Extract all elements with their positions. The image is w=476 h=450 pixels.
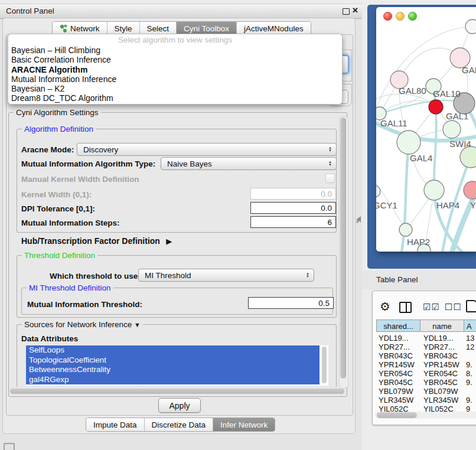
table-cell[interactable]: YBL079W bbox=[423, 387, 465, 396]
close-icon[interactable]: ✕ bbox=[352, 6, 358, 15]
export-table-icon[interactable] bbox=[466, 300, 476, 312]
node-hap4[interactable] bbox=[424, 180, 444, 200]
kernel-width-field[interactable]: 0.0 bbox=[250, 188, 336, 200]
cyni-bottom-tabbar: Impute Data Discretize Data Infer Networ… bbox=[86, 418, 275, 432]
aracne-mode-combobox[interactable]: Discovery ▲▼ bbox=[77, 143, 337, 156]
table-cell[interactable]: YLR345W bbox=[423, 396, 465, 405]
node-gal4[interactable] bbox=[397, 131, 420, 154]
table-cell[interactable]: YDL19... bbox=[379, 334, 420, 343]
settings-group-title: Cyni Algorithm Settings bbox=[14, 108, 101, 117]
collapse-down-icon[interactable]: ▼ bbox=[134, 321, 141, 328]
settings-vertical-scrollbar[interactable] bbox=[339, 116, 348, 389]
node-hap2[interactable] bbox=[399, 223, 412, 236]
attribute-item-gal4rgexp[interactable]: gal4RGexp bbox=[26, 375, 319, 385]
panel-title: Control Panel bbox=[6, 6, 54, 15]
mi-steps-field[interactable]: 6 bbox=[250, 216, 336, 228]
table-cell[interactable]: YBR045C bbox=[423, 378, 465, 387]
collapse-right-icon: ▶ bbox=[166, 237, 172, 246]
attributes-scrollbar-thumb[interactable] bbox=[322, 347, 327, 383]
node-label: GAL1 bbox=[446, 111, 468, 121]
popup-item-mutual-information[interactable]: Mutual Information Inference bbox=[8, 74, 342, 84]
table-cell[interactable]: YDR27... bbox=[423, 343, 465, 351]
hub-definition-toggle[interactable]: Hub/Transcription Factor Definition ▶ bbox=[21, 236, 172, 246]
node-y-cut[interactable] bbox=[464, 181, 476, 199]
node-gcy1[interactable] bbox=[376, 185, 380, 197]
node-swi4[interactable] bbox=[460, 146, 476, 168]
node-unlabeled[interactable] bbox=[465, 19, 476, 34]
spinner-arrows-icon: ▲▼ bbox=[328, 146, 332, 152]
popup-item-bayesian-k2[interactable]: Bayesian – K2 bbox=[8, 84, 342, 93]
tab-jactivemnodules[interactable]: jActiveMNodules bbox=[237, 22, 311, 35]
which-threshold-combobox[interactable]: MI Threshold ▲▼ bbox=[138, 269, 314, 282]
table-cell[interactable]: 13 bbox=[466, 334, 476, 343]
mi-type-combobox[interactable]: Naive Bayes ▲▼ bbox=[161, 157, 337, 170]
table-cell[interactable]: YLR345W bbox=[379, 396, 420, 405]
node-label: SWI4 bbox=[449, 139, 471, 149]
manual-kernel-checkbox[interactable] bbox=[325, 174, 335, 183]
tab-select[interactable]: Select bbox=[140, 22, 177, 35]
select-all-columns-icon[interactable]: ☑☑ bbox=[423, 302, 440, 312]
table-cell[interactable]: 9. bbox=[466, 360, 476, 369]
attribute-item-betweennesscentrality[interactable]: BetweennessCentrality bbox=[26, 365, 319, 375]
node-gal1[interactable] bbox=[443, 120, 461, 138]
attribute-item-selfloops[interactable]: SelfLoops bbox=[26, 345, 319, 356]
threshold-definition-title: Threshold Definition bbox=[22, 251, 97, 260]
app-screen: Control Panel ✕ Network Style Select Cyn… bbox=[0, 0, 476, 450]
network-nodes[interactable] bbox=[376, 19, 476, 252]
table-cell[interactable]: YPR145W bbox=[423, 360, 465, 369]
table-cell[interactable]: YBR045C bbox=[379, 378, 420, 387]
settings-vertical-scrollbar-thumb[interactable] bbox=[340, 118, 346, 379]
gear-icon[interactable]: ⚙ bbox=[380, 301, 390, 312]
table-cell[interactable]: YDR27... bbox=[379, 343, 420, 351]
table-cell[interactable]: 12 bbox=[466, 343, 476, 351]
which-threshold-label: Which threshold to use: bbox=[50, 272, 141, 281]
network-view-window[interactable]: GAL GAL80 GAL10 GAL1 GAL11 SWI4 GAL4 GCY… bbox=[376, 7, 476, 252]
apply-button[interactable]: Apply bbox=[158, 398, 201, 413]
table-cell[interactable]: YBL079W bbox=[379, 387, 420, 396]
popup-item-bayesian-hill-climbing[interactable]: Bayesian – Hill Climbing bbox=[8, 45, 342, 55]
tab-style[interactable]: Style bbox=[107, 22, 140, 35]
column-header-name[interactable]: name bbox=[420, 319, 464, 332]
data-attributes-label: Data Attributes bbox=[21, 334, 78, 343]
table-cell[interactable] bbox=[466, 351, 476, 360]
table-cell[interactable]: YDL19... bbox=[423, 334, 465, 343]
table-horizontal-scrollbar[interactable] bbox=[375, 412, 476, 419]
table-cell[interactable]: YBR043C bbox=[379, 351, 420, 360]
table-cell[interactable]: 8. bbox=[466, 369, 476, 378]
table-cell[interactable]: 9. bbox=[466, 396, 476, 405]
float-window-icon[interactable] bbox=[343, 8, 350, 15]
node-label: GCY1 bbox=[376, 200, 397, 210]
table-cell[interactable]: YER054C bbox=[379, 369, 420, 378]
table-cell[interactable]: 9. bbox=[466, 378, 476, 387]
tab-cyni-toolbox[interactable]: Cyni Toolbox bbox=[177, 22, 237, 35]
table-cell[interactable] bbox=[466, 387, 476, 396]
table-cell[interactable]: YER054C bbox=[423, 369, 465, 378]
tab-infer-network[interactable]: Infer Network bbox=[213, 418, 275, 431]
splitter-handle-icon[interactable] bbox=[356, 216, 362, 224]
popup-item-dream8[interactable]: Dream8 DC_TDC Algorithm bbox=[8, 93, 342, 103]
column-header-shared-name[interactable]: shared... bbox=[376, 319, 420, 332]
tab-discretize-data[interactable]: Discretize Data bbox=[145, 418, 214, 431]
columns-icon[interactable] bbox=[399, 302, 412, 313]
aracne-mode-label: Aracne Mode: bbox=[21, 145, 74, 154]
tab-impute-data[interactable]: Impute Data bbox=[86, 418, 145, 431]
table-horizontal-scrollbar-thumb[interactable] bbox=[377, 412, 417, 418]
algorithm-select-popup: Select algorithm to view settings Bayesi… bbox=[8, 34, 343, 105]
tab-network[interactable]: Network bbox=[53, 22, 107, 35]
network-graph[interactable]: GAL GAL80 GAL10 GAL1 GAL11 SWI4 GAL4 GCY… bbox=[376, 7, 476, 252]
mi-threshold-field[interactable]: 0.5 bbox=[248, 297, 334, 309]
node-red-selected[interactable] bbox=[429, 100, 443, 114]
table-cell[interactable]: YPR145W bbox=[379, 360, 420, 369]
column-header-cut[interactable]: A bbox=[464, 319, 476, 332]
settings-horizontal-scrollbar[interactable] bbox=[10, 389, 344, 394]
data-attributes-list: SelfLoops TopologicalCoefficient Between… bbox=[26, 345, 328, 386]
deselect-all-columns-icon[interactable]: ☐☐ bbox=[445, 302, 462, 312]
popup-item-basic-correlation[interactable]: Basic Correlation Inference bbox=[8, 55, 342, 64]
network-icon bbox=[60, 24, 67, 32]
attribute-item-topologicalcoefficient[interactable]: TopologicalCoefficient bbox=[26, 356, 319, 366]
node-label: GAL80 bbox=[399, 86, 426, 96]
dpi-tolerance-field[interactable]: 0.0 bbox=[250, 202, 336, 214]
popup-item-aracne[interactable]: ARACNE Algorithm bbox=[8, 65, 342, 74]
dock-grip-icon[interactable] bbox=[4, 443, 15, 450]
table-cell[interactable]: YBR043C bbox=[423, 351, 465, 360]
